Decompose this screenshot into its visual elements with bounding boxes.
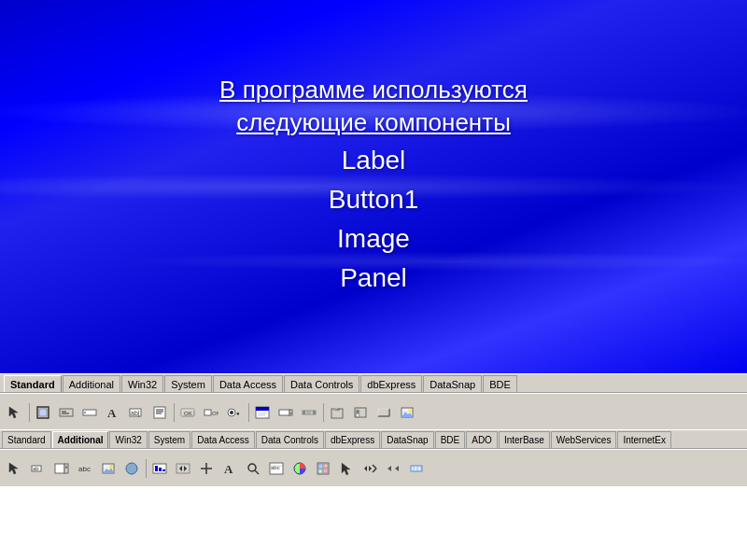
svg-text:A: A: [224, 462, 233, 476]
upper-tab-system[interactable]: System: [164, 375, 212, 392]
lower-statictext-button[interactable]: abc: [74, 457, 96, 480]
lower-toolbar: Standard Additional Win32 System Data Ac…: [0, 429, 747, 485]
lower-tab-win32[interactable]: Win32: [109, 431, 147, 448]
svg-rect-25: [256, 407, 269, 411]
svg-rect-2: [39, 409, 47, 416]
lower-edit-button[interactable]: ab: [27, 457, 49, 480]
upper-tab-dbexpress[interactable]: dbExpress: [360, 375, 422, 392]
scrollbar-button[interactable]: [298, 401, 320, 424]
svg-point-40: [357, 411, 359, 413]
label-button[interactable]: [55, 401, 78, 424]
svg-rect-33: [313, 411, 316, 414]
svg-rect-28: [279, 410, 289, 415]
lower-icon-bar: ab abc: [0, 449, 747, 486]
svg-point-22: [230, 411, 233, 414]
component-panel: Panel: [219, 259, 528, 298]
component-label: Label: [219, 141, 528, 180]
title-line2: следующие компоненты: [219, 108, 528, 137]
upper-tab-standard[interactable]: Standard: [4, 375, 62, 392]
edit2-button[interactable]: ab|: [125, 401, 148, 424]
lower-tab-internetex[interactable]: InternetEx: [617, 431, 671, 448]
separator1: [27, 401, 31, 424]
svg-marker-83: [342, 463, 350, 475]
upper-tab-win32[interactable]: Win32: [121, 375, 163, 392]
frame-button[interactable]: [32, 401, 54, 424]
lower-tab-interbase[interactable]: InterBase: [499, 431, 550, 448]
lower-listview-button[interactable]: abc: [265, 457, 288, 480]
component-image: Image: [219, 219, 528, 259]
upper-tab-datasnap[interactable]: DataSnap: [423, 375, 482, 392]
button-component-button[interactable]: OK: [176, 401, 199, 424]
lower-shape-button[interactable]: [120, 457, 143, 480]
lower-tab-dataaccess[interactable]: Data Access: [191, 431, 255, 448]
lower-tab-dbexpress[interactable]: dbExpress: [325, 431, 380, 448]
svg-marker-0: [9, 407, 18, 418]
lower-flowpanel-button[interactable]: [195, 457, 218, 480]
upper-tab-datacontrols[interactable]: Data Controls: [284, 375, 359, 392]
text-button[interactable]: A: [102, 401, 124, 424]
svg-text:ON: ON: [212, 411, 218, 416]
lower-tab-webservices[interactable]: WebServices: [551, 431, 617, 448]
lower-splitter-button[interactable]: [359, 457, 381, 480]
lower-tab-datasnap[interactable]: DataSnap: [381, 431, 433, 448]
lower-search-button[interactable]: [242, 457, 264, 480]
radio-button[interactable]: ●: [223, 401, 246, 424]
svg-rect-11: [154, 407, 165, 418]
svg-text:OK: OK: [184, 411, 192, 416]
svg-line-86: [373, 465, 376, 469]
lower-extra-button[interactable]: [405, 457, 428, 480]
edit-button[interactable]: [78, 401, 101, 424]
svg-point-60: [109, 465, 113, 469]
svg-point-49: [408, 409, 412, 413]
lower-timer-button[interactable]: [382, 457, 404, 480]
lower-tab-bar: Standard Additional Win32 System Data Ac…: [0, 430, 747, 449]
lower-imagelist-button[interactable]: [312, 457, 334, 480]
svg-rect-81: [318, 469, 322, 473]
lower-cursor-button[interactable]: [335, 457, 358, 480]
svg-marker-89: [395, 466, 399, 471]
svg-rect-19: [204, 410, 211, 415]
svg-rect-53: [55, 464, 64, 473]
svg-rect-34: [306, 412, 311, 413]
svg-text:ab|: ab|: [131, 410, 140, 417]
lower-select-button[interactable]: [4, 457, 26, 480]
svg-rect-63: [155, 466, 158, 471]
groupbox-button[interactable]: Grp: [326, 401, 348, 424]
checkbox-button[interactable]: ON: [200, 401, 222, 424]
lower-richtext-button[interactable]: A: [218, 457, 241, 480]
lower-image-button[interactable]: [97, 457, 120, 480]
title-line1: В программе используются: [219, 76, 528, 105]
lower-tab-ado[interactable]: ADO: [466, 431, 498, 448]
panel-button[interactable]: [373, 401, 395, 424]
upper-tab-bde[interactable]: BDE: [483, 375, 517, 392]
svg-line-87: [373, 469, 376, 472]
upper-icon-bar: A ab| OK: [0, 393, 747, 430]
image-component-button[interactable]: [396, 401, 418, 424]
combobox-button[interactable]: [275, 401, 297, 424]
lower-tab-datacontrols[interactable]: Data Controls: [256, 431, 324, 448]
memo-button[interactable]: [148, 401, 171, 424]
svg-rect-64: [159, 468, 162, 471]
lower-gauge-button[interactable]: [148, 457, 171, 480]
upper-tab-dataaccess[interactable]: Data Access: [213, 375, 283, 392]
svg-marker-85: [369, 466, 372, 471]
svg-rect-65: [162, 469, 165, 471]
lower-scrollbox-button[interactable]: [50, 457, 73, 480]
lower-tab-standard[interactable]: Standard: [2, 431, 51, 448]
svg-rect-32: [303, 411, 305, 414]
lower-tab-system[interactable]: System: [148, 431, 190, 448]
svg-text:abc: abc: [78, 465, 91, 473]
lower-scrollbox2-button[interactable]: [172, 457, 194, 480]
lower-chart-button[interactable]: [289, 457, 311, 480]
svg-text:ab: ab: [33, 466, 39, 471]
lower-separator1: [144, 457, 148, 480]
lower-tab-additional[interactable]: Additional: [52, 431, 109, 448]
separator3: [247, 401, 250, 424]
svg-line-73: [255, 470, 259, 474]
svg-rect-3: [60, 409, 73, 416]
radiogroup-button[interactable]: [349, 401, 372, 424]
select-tool-button[interactable]: [4, 401, 26, 424]
listbox-button[interactable]: [251, 401, 274, 424]
upper-tab-additional[interactable]: Additional: [63, 375, 120, 392]
lower-tab-bde[interactable]: BDE: [435, 431, 466, 448]
